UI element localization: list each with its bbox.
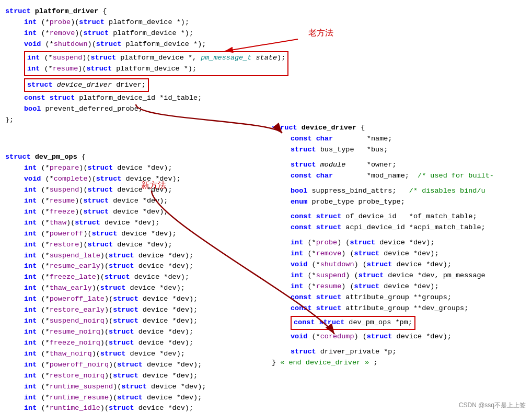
pm-resume-early: int (*resume_early)(struct device *dev); xyxy=(5,261,267,272)
pd-line1: int (*probe)(struct platform_device *); xyxy=(5,17,267,28)
left-panel: struct platform_driver { int (*probe)(st… xyxy=(0,0,267,414)
pm-runtime-suspend: int (*runtime_suspend)(struct device *de… xyxy=(5,382,267,393)
pm-poweroff: int (*poweroff)(struct device *dev); xyxy=(5,229,267,240)
pm-complete: void (*complete)(struct device *dev); xyxy=(5,174,267,185)
dd-probetype: enum probe_type probe_type; xyxy=(272,197,532,208)
dd-probe: int (*probe) (struct device *dev); xyxy=(272,238,532,249)
pm-runtime-idle: int (*runtime_idle)(struct device *dev); xyxy=(5,403,267,414)
dd-closing: } « end device_driver » ; xyxy=(272,358,532,369)
pm-poweroff-noirq: int (*poweroff_noirq)(struct device *dev… xyxy=(5,360,267,371)
dd-title: struct device_driver { xyxy=(272,123,532,134)
pd-line2: int (*remove)(struct platform_device *); xyxy=(5,28,267,39)
dd-resume: int (*resume) (struct device *dev); xyxy=(272,281,532,292)
pd-suspend: int (*suspend)(struct platform_device *,… xyxy=(27,53,285,64)
pm-thaw: int (*thaw)(struct device *dev); xyxy=(5,218,267,229)
devpmops-title: struct dev_pm_ops { xyxy=(5,152,267,163)
dd-bus: struct bus_type *bus; xyxy=(272,145,532,156)
right-panel: struct device_driver { const char *name;… xyxy=(267,123,532,368)
label-old: 老方法 xyxy=(308,28,333,37)
pd-prevent: bool prevent_deferred_probe; xyxy=(5,104,267,115)
dd-private: struct driver_private *p; xyxy=(272,347,532,358)
dd-coredump: void (*coredump) (struct device *dev); xyxy=(272,332,532,342)
dd-owner: struct module *owner; xyxy=(272,160,532,171)
pm-restore: int (*restore)(struct device *dev); xyxy=(5,240,267,251)
dd-ofmatch: const struct of_device_id *of_match_tabl… xyxy=(272,211,532,222)
pd-line3: void (*shutdown)(struct platform_device … xyxy=(5,39,267,50)
pd-id-table: const struct platform_device_id *id_tabl… xyxy=(5,93,267,104)
dd-name: const char *name; xyxy=(272,134,532,145)
dd-suppress: bool suppress_bind_attrs; /* disables bi… xyxy=(272,186,532,197)
pm-suspend: int (*suspend)(struct device *dev); xyxy=(5,185,267,196)
watermark: CSDN @ssq不是上上签 xyxy=(459,401,526,410)
dd-shutdown: void (*shutdown) (struct device *dev); xyxy=(272,259,532,270)
code-area: struct platform_driver { int (*probe)(st… xyxy=(0,0,532,414)
pm-thaw-early: int (*thaw_early)(struct device *dev); xyxy=(5,283,267,294)
pm-resume: int (*resume)(struct device *dev); xyxy=(5,196,267,207)
suspend-resume-box: int (*suspend)(struct platform_device *,… xyxy=(24,51,288,76)
pm-prepare: int (*prepare)(struct device *dev); xyxy=(5,163,267,174)
dd-remove: int (*remove) (struct device *dev); xyxy=(272,249,532,259)
pm-highlighted-line: const struct dev_pm_ops *pm; xyxy=(291,316,415,330)
dd-suspend: int (*suspend) (struct device *dev, pm_m… xyxy=(272,270,532,281)
pm-highlight-wrapper: const struct dev_pm_ops *pm; xyxy=(272,316,532,330)
pm-poweroff-late: int (*poweroff_late)(struct device *dev)… xyxy=(5,294,267,305)
pm-thaw-noirq: int (*thaw_noirq)(struct device *dev); xyxy=(5,349,267,360)
driver-box-wrapper: struct device_driver driver; xyxy=(24,78,149,92)
platform-driver-title: struct platform_driver { xyxy=(5,6,267,17)
dd-groups: const struct attribute_group **groups; xyxy=(272,292,532,303)
driver-box: struct device_driver driver; xyxy=(24,78,149,92)
spacer1 xyxy=(5,126,267,152)
dd-acpimatch: const struct acpi_device_id *acpi_match_… xyxy=(272,222,532,233)
pm-restore-noirq: int (*restore_noirq)(struct device *dev)… xyxy=(5,371,267,382)
pm-freeze: int (*freeze)(struct device *dev); xyxy=(5,207,267,218)
pm-restore-early: int (*restore_early)(struct device *dev)… xyxy=(5,305,267,316)
pm-suspend-late: int (*suspend_late)(struct device *dev); xyxy=(5,251,267,262)
pm-freeze-noirq: int (*freeze_noirq)(struct device *dev); xyxy=(5,338,267,349)
pd-closing: }; xyxy=(5,115,267,126)
pm-freeze-late: int (*freeze_late)(struct device *dev); xyxy=(5,272,267,283)
pd-resume: int (*resume)(struct platform_device *); xyxy=(27,64,285,75)
pm-runtime-resume: int (*runtime_resume)(struct device *dev… xyxy=(5,393,267,404)
pm-resume-noirq: int (*resume_noirq)(struct device *dev); xyxy=(5,327,267,338)
dd-modname: const char *mod_name; /* used for built- xyxy=(272,171,532,182)
pm-suspend-noirq: int (*suspend_noirq)(struct device *dev)… xyxy=(5,316,267,327)
dd-devgroups: const struct attribute_group **dev_group… xyxy=(272,303,532,314)
